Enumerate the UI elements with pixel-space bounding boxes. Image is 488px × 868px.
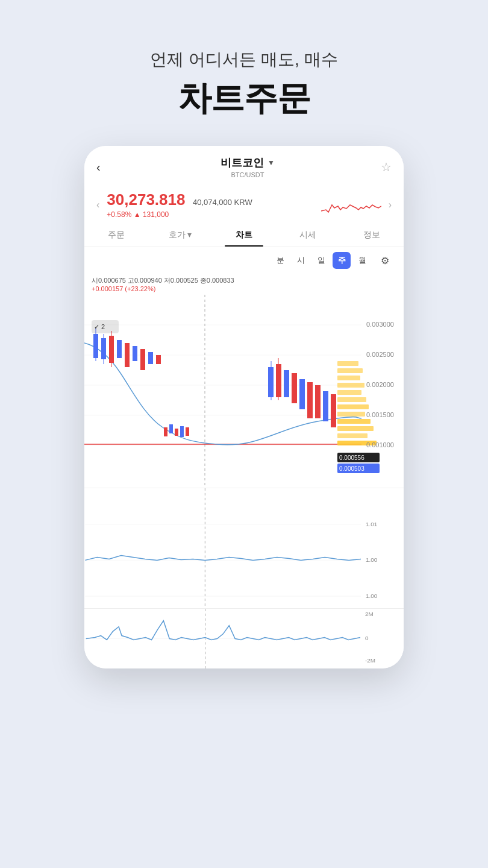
svg-rect-35 [337,361,358,366]
tab-jomun[interactable]: 주문 [84,224,148,247]
coin-pair-label: BTC/USDT [221,171,275,178]
coin-name-label: 비트코인 [221,156,264,170]
svg-rect-38 [337,383,364,388]
svg-rect-30 [299,379,305,409]
svg-rect-23 [186,427,189,436]
svg-rect-18 [156,355,161,364]
svg-rect-32 [315,385,321,418]
coin-title: 비트코인 ▼ [221,156,275,170]
mini-chart [321,193,381,217]
svg-text:2M: 2M [365,611,374,617]
phone-mockup: ‹ 비트코인 ▼ BTC/USDT ☆ ‹ 30,273.818 40,074,… [84,146,404,668]
app-tabs: 주문 호가 ▾ 차트 시세 정보 [84,224,404,247]
price-value: 30,273.818 [107,190,185,209]
svg-text:0.002500: 0.002500 [366,351,394,358]
sub-chart-area: 1.01 1.00 1.00 [84,488,404,608]
chart-controls: 분 시 일 주 월 ⚙ [84,247,404,274]
hero-section: 언제 어디서든 매도, 매수 차트주문 [0,0,488,146]
svg-rect-19 [164,427,167,436]
price-main-block: 30,273.818 40,074,000 KRW +0.58% ▲ 131,0… [107,190,313,219]
hero-title: 차트주문 [0,76,488,122]
ohlc-line2: +0.000157 (+23.22%) [92,285,404,292]
svg-text:1.00: 1.00 [366,593,378,599]
svg-rect-41 [337,404,369,409]
tab-sise[interactable]: 시세 [276,224,340,247]
svg-rect-14 [125,343,130,367]
header-top-row: ‹ 비트코인 ▼ BTC/USDT ☆ [96,156,392,178]
time-btn-bun[interactable]: 분 [271,252,289,269]
app-header: ‹ 비트코인 ▼ BTC/USDT ☆ [84,146,404,186]
svg-text:-2M: -2M [365,657,375,664]
svg-text:0: 0 [365,635,369,641]
tab-info[interactable]: 정보 [340,224,404,247]
svg-rect-21 [175,429,178,436]
svg-rect-20 [169,424,173,433]
time-btn-ju[interactable]: 주 [333,252,351,269]
svg-rect-37 [337,376,360,380]
hero-subtitle: 언제 어디서든 매도, 매수 [0,48,488,71]
price-change: +0.58% ▲ 131,000 [107,210,313,219]
tab-hosik[interactable]: 호가 ▾ [148,224,212,247]
svg-rect-36 [337,368,363,373]
svg-rect-31 [307,382,313,418]
price-row: ‹ 30,273.818 40,074,000 KRW +0.58% ▲ 131… [84,186,404,224]
svg-rect-34 [331,394,336,427]
main-chart-canvas[interactable]: 0.003000 0.002500 0.002000 0.001500 0.00… [84,295,404,488]
svg-text:0.001000: 0.001000 [366,441,394,448]
main-chart-svg: 0.003000 0.002500 0.002000 0.001500 0.00… [84,295,404,488]
chart-settings-button[interactable]: ⚙ [376,252,394,269]
time-btn-wol[interactable]: 월 [353,252,371,269]
svg-rect-17 [148,352,153,364]
back-button[interactable]: ‹ [96,160,114,174]
svg-rect-45 [337,433,368,438]
svg-text:0.001500: 0.001500 [366,411,394,418]
sub-chart-svg: 1.01 1.00 1.00 [84,488,404,608]
svg-rect-16 [140,349,145,370]
ohlc-info: 시0.000675 고0.000940 저0.000525 종0.000833 … [84,274,404,295]
svg-rect-13 [117,340,122,358]
svg-rect-39 [337,390,361,395]
svg-rect-15 [133,346,137,361]
bottom-chart-svg: 2M 0 -2M [84,609,404,668]
header-title-block: 비트코인 ▼ BTC/USDT [221,156,275,178]
price-next-button[interactable]: › [389,200,392,210]
price-row-top: 30,273.818 40,074,000 KRW [107,190,313,209]
svg-rect-29 [292,373,297,403]
price-prev-button[interactable]: ‹ [96,200,99,210]
svg-text:1.00: 1.00 [366,556,378,563]
svg-rect-44 [337,426,374,431]
svg-text:1.01: 1.01 [366,521,378,527]
ohlc-line1: 시0.000675 고0.000940 저0.000525 종0.000833 [92,276,404,285]
svg-text:✓ 2: ✓ 2 [94,323,105,330]
svg-rect-40 [337,397,366,402]
favorite-button[interactable]: ☆ [381,160,392,174]
svg-rect-42 [337,412,365,417]
svg-rect-28 [284,370,289,397]
time-btn-il[interactable]: 일 [312,252,330,269]
svg-text:0.000556: 0.000556 [339,454,364,461]
svg-rect-33 [323,391,328,421]
dropdown-arrow-icon[interactable]: ▼ [267,159,275,167]
svg-rect-22 [180,426,184,437]
tab-chart[interactable]: 차트 [212,224,276,247]
svg-rect-43 [337,419,371,424]
bottom-chart-area: 2M 0 -2M [84,608,404,668]
price-krw: 40,074,000 KRW [193,198,252,207]
svg-text:0.003000: 0.003000 [366,321,394,328]
time-btn-si[interactable]: 시 [292,252,310,269]
svg-text:0.002000: 0.002000 [366,381,394,388]
svg-text:0.000503: 0.000503 [339,465,364,472]
